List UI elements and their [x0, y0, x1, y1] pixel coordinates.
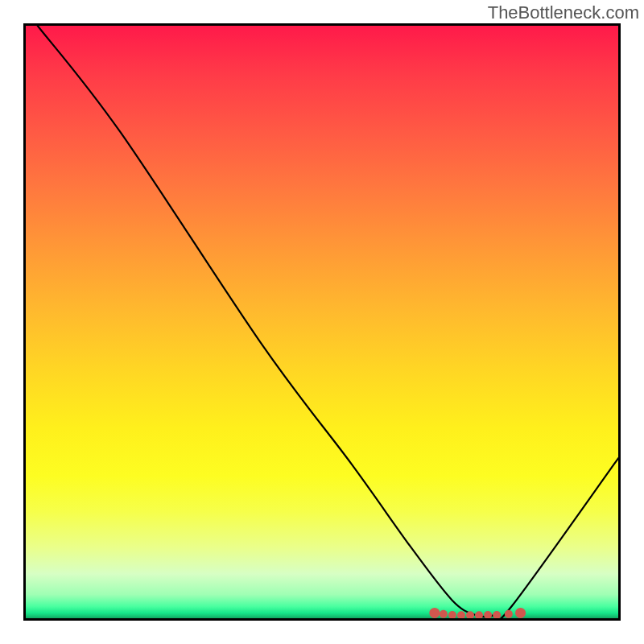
- optimum-dot: [505, 610, 513, 618]
- optimum-dot-group: [429, 608, 526, 618]
- optimum-dot: [429, 608, 440, 618]
- optimum-dot: [440, 610, 448, 618]
- bottleneck-curve: [38, 26, 618, 618]
- optimum-dot: [484, 611, 492, 618]
- optimum-dot: [493, 611, 501, 618]
- optimum-dot: [475, 611, 483, 618]
- optimum-dot: [457, 611, 465, 618]
- optimum-dot: [515, 608, 526, 618]
- watermark-text: TheBottleneck.com: [488, 2, 639, 23]
- optimum-dot: [448, 611, 456, 618]
- chart-plot-area: [23, 23, 621, 621]
- chart-overlay-svg: [26, 26, 618, 618]
